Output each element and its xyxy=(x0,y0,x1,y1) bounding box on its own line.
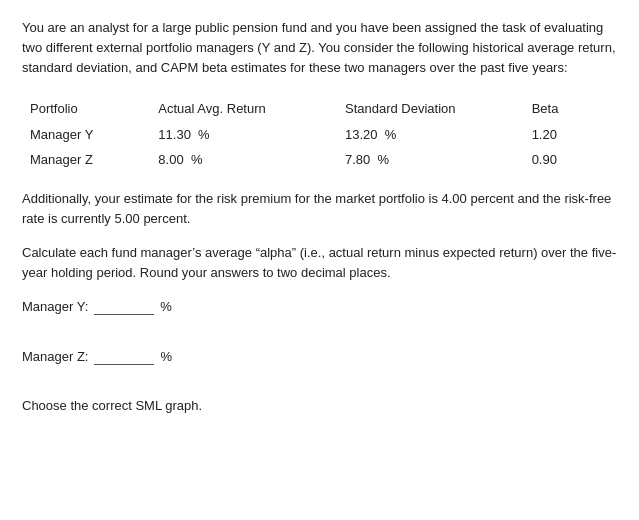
manager-y-name: Manager Y xyxy=(22,122,150,148)
col-header-beta: Beta xyxy=(524,96,617,122)
portfolio-table: Portfolio Actual Avg. Return Standard De… xyxy=(22,96,617,173)
manager-y-beta: 1.20 xyxy=(524,122,617,148)
manager-z-stddev: 7.80 % xyxy=(337,147,524,173)
manager-y-pct-label: % xyxy=(160,297,172,317)
col-header-return: Actual Avg. Return xyxy=(150,96,337,122)
col-header-portfolio: Portfolio xyxy=(22,96,150,122)
manager-z-name: Manager Z xyxy=(22,147,150,173)
col-header-stddev: Standard Deviation xyxy=(337,96,524,122)
manager-z-pct-label: % xyxy=(160,347,172,367)
question-text: Calculate each fund manager’s average “a… xyxy=(22,243,617,283)
table-row: Manager Z 8.00 % 7.80 % 0.90 xyxy=(22,147,617,173)
manager-y-answer-blank[interactable] xyxy=(94,299,154,315)
manager-z-answer-label: Manager Z: xyxy=(22,347,88,367)
manager-z-answer-row: Manager Z: % xyxy=(22,347,617,367)
data-table-section: Portfolio Actual Avg. Return Standard De… xyxy=(22,96,617,173)
manager-y-answer-row: Manager Y: % xyxy=(22,297,617,317)
additional-info-text: Additionally, your estimate for the risk… xyxy=(22,189,617,229)
table-header-row: Portfolio Actual Avg. Return Standard De… xyxy=(22,96,617,122)
manager-z-beta: 0.90 xyxy=(524,147,617,173)
intro-paragraph: You are an analyst for a large public pe… xyxy=(22,18,617,78)
manager-z-answer-blank[interactable] xyxy=(94,349,154,365)
manager-y-return: 11.30 % xyxy=(150,122,337,148)
table-row: Manager Y 11.30 % 13.20 % 1.20 xyxy=(22,122,617,148)
manager-y-stddev: 13.20 % xyxy=(337,122,524,148)
manager-z-return: 8.00 % xyxy=(150,147,337,173)
choose-sml-label: Choose the correct SML graph. xyxy=(22,396,617,416)
manager-y-answer-label: Manager Y: xyxy=(22,297,88,317)
